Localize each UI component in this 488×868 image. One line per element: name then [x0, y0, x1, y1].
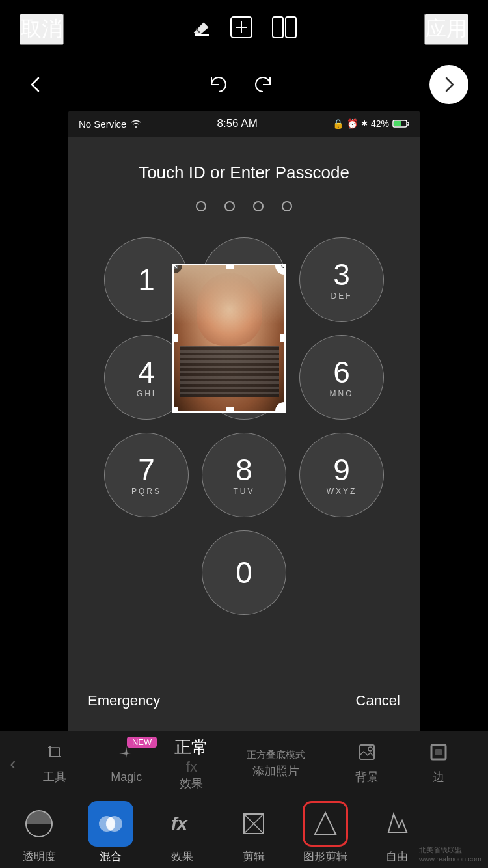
top-toolbar: 取消 应用 [0, 0, 488, 59]
alarm-icon: ⏰ [347, 118, 358, 129]
lock-content: Touch ID or Enter Passcode 1 2 ABC 3 DEF [68, 137, 420, 647]
dot-1 [196, 201, 206, 211]
tab-add-photo[interactable]: 正方叠底模式 添加照片 [221, 731, 331, 796]
resize-handle-tm[interactable] [226, 264, 234, 269]
battery-text: 42% [371, 118, 389, 129]
status-left: No Service [79, 118, 142, 129]
tab-add-photo-label: 添加照片 [252, 763, 299, 779]
svg-point-11 [368, 747, 372, 751]
key-6[interactable]: 6 MNO [299, 335, 384, 420]
free-icon [374, 801, 420, 847]
split-view-icon[interactable] [271, 16, 297, 44]
cancel-lock-button[interactable]: Cancel [356, 692, 400, 709]
add-photo-label-secondary: 正方叠底模式 [247, 749, 305, 761]
forward-button[interactable] [429, 65, 468, 104]
tool-effect[interactable]: fx 效果 [146, 796, 218, 868]
svg-rect-5 [286, 17, 296, 38]
time-display: 8:56 AM [217, 117, 257, 130]
key-7[interactable]: 7 PQRS [104, 433, 189, 517]
tool-crop[interactable]: 剪辑 [218, 796, 290, 868]
cancel-button[interactable]: 取消 [20, 14, 64, 45]
fx2-icon: fx [159, 801, 205, 847]
tab-effects[interactable]: 正常 fx 效果 [162, 731, 221, 796]
crop2-icon [231, 801, 277, 847]
keypad-row-3: 7 PQRS 8 TUV 9 WXYZ [88, 433, 400, 517]
tab-background-label: 背景 [355, 769, 379, 785]
status-right: 🔒 ⏰ ✱ 42% [332, 118, 409, 129]
effects-main-label: 正常 [174, 736, 208, 759]
bluetooth-icon: ✱ [361, 119, 368, 128]
wifi-icon [130, 119, 142, 128]
phone-screen: No Service 8:56 AM 🔒 ⏰ ✱ 42% Touch ID or… [68, 111, 420, 735]
tool-effect-label: 效果 [171, 849, 193, 864]
key-3[interactable]: 3 DEF [299, 237, 384, 322]
keypad-row-4: 0 [88, 530, 400, 615]
border-icon [429, 742, 448, 766]
resize-handle-ml[interactable] [172, 334, 178, 342]
girl-photo [174, 265, 284, 411]
tab-border[interactable]: 边 [403, 731, 474, 796]
key-0[interactable]: 0 [202, 530, 286, 615]
dot-4 [282, 201, 292, 211]
status-bar: No Service 8:56 AM 🔒 ⏰ ✱ 42% [68, 111, 420, 137]
shirt-stripes [180, 346, 278, 396]
svg-rect-13 [435, 749, 442, 755]
dot-2 [224, 201, 235, 211]
lock-title: Touch ID or Enter Passcode [139, 163, 349, 183]
tool-shape-crop[interactable]: 图形剪辑 [290, 796, 361, 868]
tool-tabs: ‹ 工具 NEW Magic [0, 731, 488, 796]
watermark: 北美省钱联盟www.realmoon.com [419, 845, 481, 863]
tool-free-label: 自由 [386, 849, 408, 864]
undo-button[interactable] [202, 68, 234, 101]
new-badge: NEW [127, 737, 157, 748]
resize-handle-mr[interactable] [280, 334, 286, 342]
tab-effects-label: 效果 [180, 776, 203, 791]
svg-rect-8 [50, 748, 59, 757]
resize-handle-bm[interactable] [226, 407, 234, 413]
emergency-button[interactable]: Emergency [88, 692, 160, 709]
icon-tools-row: 透明度 混合 fx 效果 [0, 796, 488, 868]
apply-button[interactable]: 应用 [424, 14, 468, 45]
key-9[interactable]: 9 WXYZ [299, 433, 384, 517]
svg-point-9 [125, 752, 128, 755]
opacity-icon [16, 801, 62, 847]
resize-handle-bl[interactable] [172, 407, 178, 413]
tool-shape-crop-label: 图形剪辑 [303, 849, 347, 864]
back-button[interactable] [20, 68, 52, 101]
battery-icon [392, 119, 409, 128]
lock-icon: 🔒 [332, 118, 344, 129]
tab-background[interactable]: 背景 [331, 731, 403, 796]
tool-opacity-label: 透明度 [23, 849, 56, 864]
tool-opacity[interactable]: 透明度 [3, 796, 75, 868]
battery-svg [392, 119, 409, 128]
tool-blend-label: 混合 [100, 849, 122, 864]
tab-magic[interactable]: NEW Magic [90, 731, 162, 796]
crop-icon [45, 742, 64, 766]
blend-icon [88, 801, 133, 847]
tool-crop-label: 剪辑 [243, 849, 265, 864]
photo-overlay[interactable]: ✕ ↺ ↙ [172, 264, 286, 413]
collapse-icon[interactable]: ‹ [7, 753, 19, 774]
key-8[interactable]: 8 TUV [202, 433, 286, 517]
tool-blend[interactable]: 混合 [75, 796, 146, 868]
svg-rect-4 [273, 17, 283, 38]
bottom-toolbar: ‹ 工具 NEW Magic [0, 731, 488, 868]
tab-magic-label: Magic [111, 770, 142, 784]
tab-tools[interactable]: 工具 [19, 731, 90, 796]
undo-redo-buttons [202, 68, 280, 101]
passcode-dots [196, 201, 292, 211]
bg-icon [357, 742, 377, 766]
dot-3 [253, 201, 264, 211]
tab-border-label: 边 [433, 769, 444, 785]
tab-tools-label: 工具 [43, 769, 66, 785]
redo-button[interactable] [247, 68, 280, 101]
svg-rect-10 [360, 745, 374, 759]
fx-icon: fx [186, 759, 197, 776]
toolbar-icons [191, 16, 297, 44]
eraser-icon[interactable] [191, 17, 211, 42]
svg-text:fx: fx [171, 813, 188, 834]
shape-crop-icon [303, 801, 348, 847]
carrier-text: No Service [79, 118, 126, 129]
second-toolbar [0, 59, 488, 111]
add-icon[interactable] [230, 16, 253, 44]
